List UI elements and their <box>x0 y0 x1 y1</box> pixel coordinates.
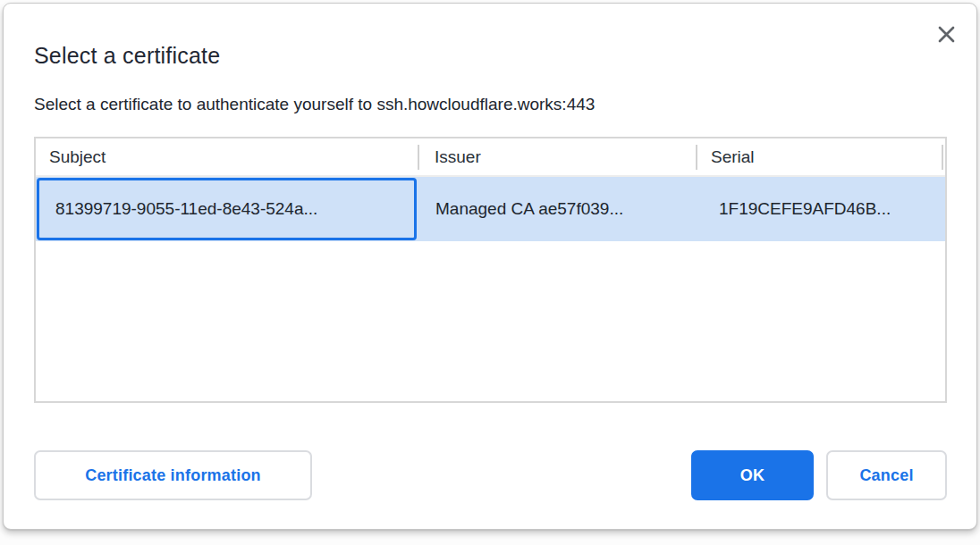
cell-subject-value: 81399719-9055-11ed-8e43-524a... <box>55 199 317 219</box>
table-header-row: Subject Issuer Serial <box>36 138 945 177</box>
column-header-serial-label: Serial <box>711 147 755 167</box>
cancel-button[interactable]: Cancel <box>826 450 947 500</box>
cell-serial[interactable]: 1F19CEFE9AFD46B... <box>696 177 942 241</box>
ok-button[interactable]: OK <box>691 450 814 500</box>
column-header-issuer-label: Issuer <box>435 147 481 167</box>
close-button[interactable] <box>932 20 960 48</box>
certificate-information-button[interactable]: Certificate information <box>34 450 312 500</box>
column-header-serial[interactable]: Serial <box>696 138 942 175</box>
column-header-subject[interactable]: Subject <box>36 138 418 175</box>
cell-issuer[interactable]: Managed CA ae57f039... <box>418 177 696 241</box>
close-icon <box>937 25 956 44</box>
certificate-table: Subject Issuer Serial 81399719-9055-11ed… <box>34 137 947 403</box>
column-header-subject-label: Subject <box>49 147 106 167</box>
dialog-title: Select a certificate <box>34 43 220 69</box>
cell-subject[interactable]: 81399719-9055-11ed-8e43-524a... <box>36 177 418 241</box>
column-header-issuer[interactable]: Issuer <box>418 138 696 175</box>
certificate-row-selected[interactable]: 81399719-9055-11ed-8e43-524a... Managed … <box>36 177 945 241</box>
cell-serial-value: 1F19CEFE9AFD46B... <box>719 199 891 219</box>
cell-issuer-value: Managed CA ae57f039... <box>435 199 623 219</box>
dialog-subtitle: Select a certificate to authenticate you… <box>34 95 595 114</box>
certificate-select-dialog: Select a certificate Select a certificat… <box>3 3 977 530</box>
column-header-gutter <box>942 138 945 175</box>
